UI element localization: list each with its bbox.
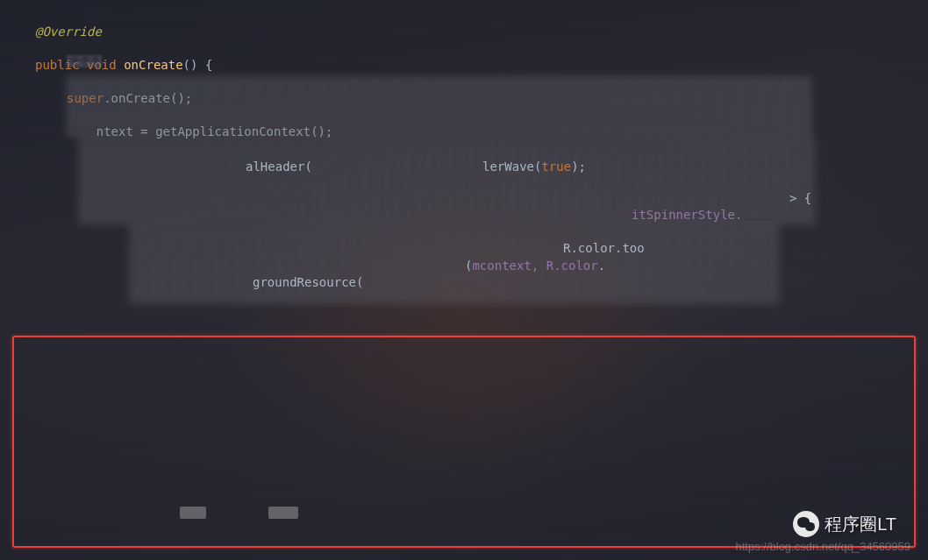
brand-text: 程序圈LT	[824, 516, 896, 533]
code-fragment: itSpinnerStyle.	[632, 207, 742, 223]
censored-region	[130, 224, 779, 303]
censored-region	[67, 55, 102, 67]
code-fragment: alHeader(	[246, 159, 312, 175]
wechat-watermark: 程序圈LT	[793, 511, 896, 537]
censored-region	[180, 507, 206, 519]
code-fragment: (mcontext, R.color.	[465, 258, 605, 274]
code-fragment: lerWave(true);	[482, 159, 586, 175]
wechat-icon	[793, 511, 819, 537]
censored-region	[67, 75, 812, 137]
code-fragment: groundResource(	[253, 274, 363, 291]
code-line: @Override	[0, 24, 928, 40]
code-fragment: R.color.too	[563, 240, 645, 257]
code-line: public void onCreate() {	[0, 57, 928, 74]
code-fragment: > {	[789, 190, 811, 207]
censored-region	[268, 507, 298, 519]
source-url-watermark: https://blog.csdn.net/qq_34560959	[736, 538, 911, 555]
